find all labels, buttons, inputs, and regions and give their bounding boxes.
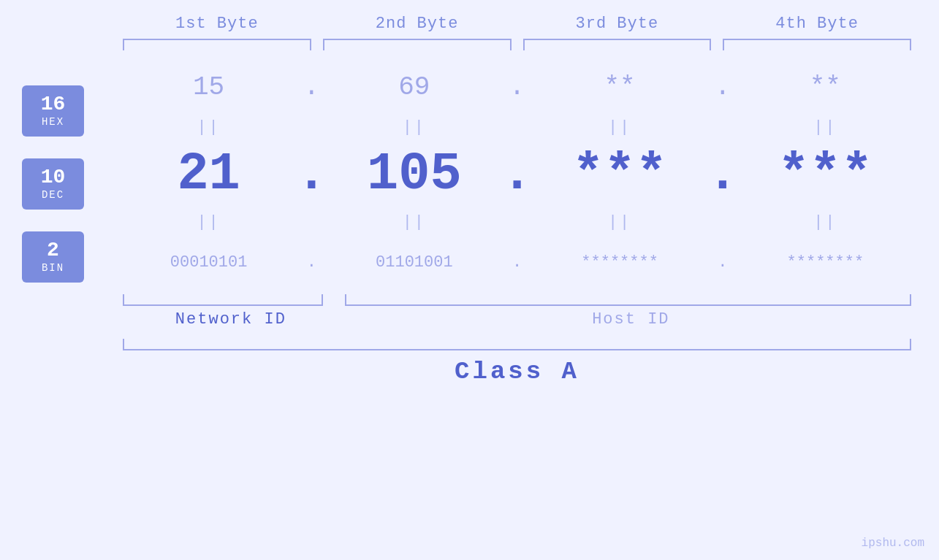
class-row: Class A [0,358,939,386]
bin-b4: ******** [734,253,917,272]
byte3-header: 3rd Byte [517,15,718,33]
hex-badge: 16 HEX [22,85,84,137]
watermark: ipshu.com [862,537,924,550]
dec-d3: . [712,145,734,204]
sep-row-2: || || || || [117,211,917,233]
dec-d1: . [300,145,322,204]
hex-b3: ** [528,72,712,102]
dec-badge: 10 DEC [22,158,84,210]
hex-b2: 69 [322,72,506,102]
bin-b3: ******** [528,253,712,272]
bin-d2: . [506,253,528,272]
hex-d1: . [300,72,322,102]
bracket-network [123,294,323,306]
bin-d3: . [712,253,734,272]
host-id-label: Host ID [345,310,917,329]
dec-b3: *** [528,145,712,204]
dec-label: DEC [42,189,64,201]
hex-number: 16 [41,93,66,116]
top-brackets [0,39,939,50]
dec-row: 21 . 105 . *** . *** [117,138,917,211]
dec-d2: . [506,145,528,204]
bin-d1: . [300,253,322,272]
labels-column: 16 HEX 10 DEC 2 BIN [22,58,117,291]
full-bottom-bracket-row [0,339,939,350]
byte-header-row: 1st Byte 2nd Byte 3rd Byte 4th Byte [0,0,939,33]
hex-b1: 15 [117,72,300,102]
dec-b4: *** [734,145,917,204]
bracket-top-4 [723,39,911,50]
hex-b4: ** [734,72,917,102]
dec-b2: 105 [322,145,506,204]
hex-d3: . [712,72,734,102]
main-container: 1st Byte 2nd Byte 3rd Byte 4th Byte 16 H… [0,0,939,560]
byte1-header: 1st Byte [117,15,317,33]
bottom-brackets [0,294,939,306]
bin-badge: 2 BIN [22,231,84,283]
bracket-host [345,294,911,306]
dec-number: 10 [41,166,66,189]
bin-label: BIN [42,262,64,274]
bin-row: 00010101 . 01101001 . ******** . [117,233,917,291]
class-label: Class A [455,358,579,386]
network-id-label: Network ID [117,310,345,329]
bracket-full [123,339,911,350]
bracket-top-1 [123,39,311,50]
bracket-top-3 [523,39,712,50]
bracket-top-2 [323,39,512,50]
data-rows: 15 . 69 . ** . ** [117,58,917,291]
bin-number: 2 [47,239,59,262]
hex-label: HEX [42,116,64,128]
hex-d2: . [506,72,528,102]
byte2-header: 2nd Byte [317,15,517,33]
content-area: 16 HEX 10 DEC 2 BIN 15 [0,58,939,291]
hex-row: 15 . 69 . ** . ** [117,58,917,116]
id-labels-row: Network ID Host ID [0,310,939,329]
sep-row-1: || || || || [117,116,917,138]
bin-b1: 00010101 [117,253,300,272]
bin-b2: 01101001 [322,253,506,272]
byte4-header: 4th Byte [717,15,917,33]
dec-b1: 21 [117,145,300,204]
